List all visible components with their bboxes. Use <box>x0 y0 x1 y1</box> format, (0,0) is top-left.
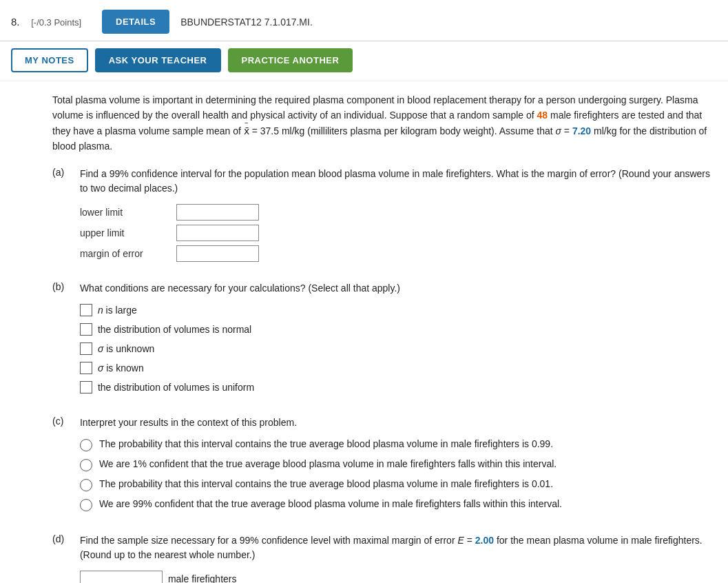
radio-label-1: The probability that this interval conta… <box>99 438 553 449</box>
part-d-input-row: male firefighters <box>80 571 713 583</box>
part-b-label: (b) <box>52 281 73 292</box>
radio-option-1[interactable]: The probability that this interval conta… <box>80 438 713 451</box>
upper-limit-label: upper limit <box>80 227 169 238</box>
checkbox-label-dist-normal: the distribution of volumes is normal <box>98 324 251 335</box>
radio-circle-3[interactable] <box>80 479 92 491</box>
checkbox-box-sigma-unknown[interactable] <box>80 342 92 355</box>
radio-circle-4[interactable] <box>80 499 92 511</box>
lower-limit-row: lower limit <box>80 204 713 221</box>
margin-of-error-input[interactable] <box>176 245 259 262</box>
margin-of-error-label: margin of error <box>80 248 169 259</box>
part-c-label: (c) <box>52 416 73 427</box>
radio-option-3[interactable]: The probability that this interval conta… <box>80 478 713 491</box>
upper-limit-row: upper limit <box>80 225 713 241</box>
checkbox-box-dist-uniform[interactable] <box>80 381 92 393</box>
lower-limit-label: lower limit <box>80 207 169 218</box>
part-d-question: Find the sample size necessary for a 99%… <box>80 533 713 562</box>
part-b: (b) What conditions are necessary for yo… <box>52 281 714 400</box>
checkbox-label-sigma-known: σ is known <box>98 362 144 374</box>
checkbox-dist-normal[interactable]: the distribution of volumes is normal <box>80 323 713 336</box>
checkbox-dist-uniform[interactable]: the distribution of volumes is uniform <box>80 381 713 393</box>
part-d-content: Find the sample size necessary for a 99%… <box>80 533 713 583</box>
radio-option-4[interactable]: We are 99% confident that the true avera… <box>80 498 713 511</box>
radio-label-4: We are 99% confident that the true avera… <box>99 498 562 509</box>
question-number: 8. [-/0.3 Points] <box>11 16 94 28</box>
checkbox-n-large[interactable]: n is large <box>80 304 713 316</box>
part-a: (a) Find a 99% confidence interval for t… <box>52 167 714 266</box>
question-id: BBUNDERSTAT12 7.1.017.MI. <box>180 17 313 28</box>
part-a-content: Find a 99% confidence interval for the p… <box>80 167 713 266</box>
checkbox-label-sigma-unknown: σ is unknown <box>98 343 154 354</box>
upper-limit-input[interactable] <box>176 225 259 241</box>
radio-circle-1[interactable] <box>80 439 92 451</box>
part-d: (d) Find the sample size necessary for a… <box>52 533 714 583</box>
xbar-symbol: x̄ <box>244 123 249 139</box>
top-bar: 8. [-/0.3 Points] DETAILS BBUNDERSTAT12 … <box>0 0 728 41</box>
radio-circle-2[interactable] <box>80 459 92 471</box>
details-button[interactable]: DETAILS <box>102 10 169 34</box>
checkbox-box-n-large[interactable] <box>80 304 92 316</box>
lower-limit-input[interactable] <box>176 204 259 221</box>
part-b-content: What conditions are necessary for your c… <box>80 281 713 400</box>
part-c-question: Interpret your results in the context of… <box>80 416 713 430</box>
ask-teacher-button[interactable]: ASK YOUR TEACHER <box>95 48 221 72</box>
sample-size-input[interactable] <box>80 571 163 583</box>
checkbox-label-dist-uniform: the distribution of volumes is uniform <box>98 382 254 393</box>
part-d-label: (d) <box>52 533 73 544</box>
intro-paragraph: Total plasma volume is important in dete… <box>52 92 714 154</box>
checkbox-label-n-large: n is large <box>98 305 137 316</box>
radio-label-3: The probability that this interval conta… <box>99 478 553 489</box>
question-content: Total plasma volume is important in dete… <box>0 81 728 583</box>
part-a-question: Find a 99% confidence interval for the p… <box>80 167 713 196</box>
part-a-label: (a) <box>52 167 73 178</box>
checkbox-sigma-unknown[interactable]: σ is unknown <box>80 342 713 355</box>
part-c: (c) Interpret your results in the contex… <box>52 416 714 518</box>
part-b-question: What conditions are necessary for your c… <box>80 281 713 296</box>
radio-label-2: We are 1% confident that the true averag… <box>99 458 557 469</box>
radio-option-2[interactable]: We are 1% confident that the true averag… <box>80 458 713 471</box>
male-firefighters-label: male firefighters <box>168 573 237 583</box>
checkbox-box-sigma-known[interactable] <box>80 362 92 374</box>
margin-of-error-row: margin of error <box>80 245 713 262</box>
sigma-symbol-intro: σ <box>555 125 561 136</box>
part-c-content: Interpret your results in the context of… <box>80 416 713 518</box>
checkbox-box-dist-normal[interactable] <box>80 323 92 336</box>
checkbox-sigma-known[interactable]: σ is known <box>80 362 713 374</box>
action-buttons-row: MY NOTES ASK YOUR TEACHER PRACTICE ANOTH… <box>0 41 728 81</box>
my-notes-button[interactable]: MY NOTES <box>11 48 88 72</box>
practice-another-button[interactable]: PRACTICE ANOTHER <box>228 48 353 72</box>
